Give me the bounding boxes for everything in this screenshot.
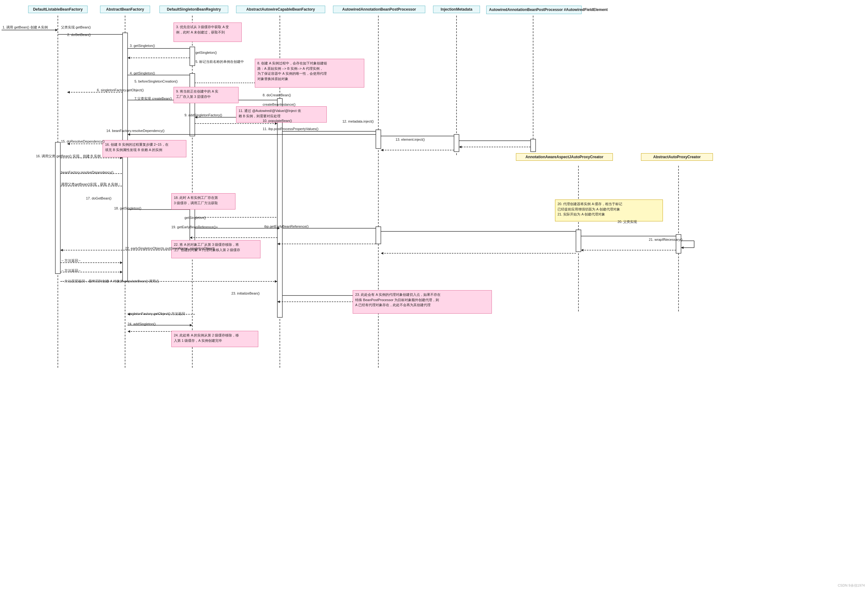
label-5-mark: 5. 标记当前名称的单例在创建中 bbox=[195, 59, 244, 64]
label-2: 2. doGetBean() bbox=[67, 33, 91, 37]
label-24-addsingleton: 24. addSingleton() bbox=[128, 322, 156, 326]
svg-marker-18 bbox=[128, 57, 130, 59]
svg-marker-76 bbox=[581, 249, 583, 251]
label-19-getearlybeanref: 19. getEarlyBeanReference()+ bbox=[171, 225, 218, 229]
note-23: 23. 此处会有 A 实例的代理对象创建切入点，如果不存在特殊 BeanPost… bbox=[353, 290, 492, 314]
label-beanfactory-resolve: beanFactory.resolveDependency() bbox=[61, 170, 114, 174]
label-18-getsingleton: 18. getSingleton() bbox=[114, 206, 141, 210]
svg-marker-42 bbox=[459, 146, 462, 148]
svg-marker-33 bbox=[376, 130, 378, 133]
label-1: 1. 调用 getBean() 创建 A 实例 bbox=[3, 25, 48, 30]
svg-marker-20 bbox=[190, 74, 192, 76]
note-16: 16. 创建 B 实例的过程重复步骤 2~15，在填充 B 实例属性发现 B 依… bbox=[103, 140, 186, 157]
note-8: 8. 创建 A 实例过程中，会存在如下对象创建链路：A 原始实例 --> B 实… bbox=[255, 59, 364, 87]
label-getsingleton2: getSingleton() bbox=[185, 216, 206, 220]
label-7-createbean: 7.父类实现 createBean() bbox=[134, 96, 172, 101]
svg-marker-80 bbox=[278, 243, 280, 245]
label-16-getbean-b: 16. 调用父类 getBean() 实现、创建 B 实例 bbox=[36, 154, 101, 158]
header-defaultlistable: DefaultListableBeanFactory bbox=[28, 6, 87, 13]
label-getsingleton-inner: getSingleton() bbox=[195, 51, 217, 55]
svg-marker-74 bbox=[681, 247, 683, 249]
svg-rect-37 bbox=[454, 134, 459, 152]
svg-rect-64 bbox=[376, 227, 381, 244]
svg-rect-55 bbox=[123, 157, 128, 281]
label-call-getbean-a: 调用父类getBean()实现，获取 A 实例： bbox=[61, 182, 121, 187]
watermark: CSDN 9余佳1974 bbox=[838, 583, 865, 588]
svg-marker-69 bbox=[676, 235, 679, 237]
header-autowiredannotation: AutowiredAnnotationBeanPostProcessor bbox=[333, 6, 425, 13]
svg-rect-70 bbox=[676, 235, 681, 253]
svg-marker-36 bbox=[454, 135, 456, 137]
label-15-doresolve: 15. doResolveDependency() bbox=[61, 139, 105, 143]
header-abstractbean: AbstractBeanFactory bbox=[100, 6, 150, 13]
label-10-populatebean: 10. populateBean() bbox=[263, 119, 292, 123]
note-24: 24. 此处将 A 的实例从第 2 级缓存移除，移入第 1 级缓存，A 实例创建… bbox=[171, 331, 258, 347]
svg-marker-82 bbox=[190, 236, 192, 239]
svg-marker-98 bbox=[190, 324, 192, 327]
label-17-dogetbean: 17. doGetBean() bbox=[86, 197, 111, 200]
svg-marker-26 bbox=[278, 99, 280, 101]
note-20-21: 20. 代理创建器将实例 A 缓存，相当于标记已经提前应用增强切面为 A 创建代… bbox=[555, 199, 663, 222]
svg-marker-24 bbox=[67, 91, 70, 93]
svg-rect-40 bbox=[531, 139, 536, 152]
label-6-singleton: 6. singletonFactory.getObject() bbox=[97, 88, 144, 92]
note-9: 9. 将当前正在创建中的 A 实工厂存入第 3 层缓存中 bbox=[174, 87, 239, 103]
svg-marker-10 bbox=[55, 29, 58, 31]
svg-marker-44 bbox=[381, 149, 383, 151]
label-21-wrapif: 21. wrapIfNecessary() bbox=[649, 238, 683, 241]
diagram-container: DefaultListableBeanFactory AbstractBeanF… bbox=[0, 0, 868, 591]
svg-rect-34 bbox=[376, 130, 381, 149]
svg-marker-90 bbox=[275, 280, 278, 283]
label-9-addsingletonfactory: 9. addSingletonFactory() bbox=[185, 113, 222, 117]
svg-rect-16 bbox=[190, 47, 195, 66]
svg-marker-100 bbox=[128, 330, 130, 333]
svg-marker-15 bbox=[190, 47, 192, 50]
label-23-init: 23. initializeBean() bbox=[232, 291, 260, 295]
svg-rect-27 bbox=[278, 99, 282, 318]
label-4-getsingleton: 4. getSingleton() bbox=[130, 71, 155, 75]
label-13-element: 13. element.inject() bbox=[396, 137, 425, 141]
svg-marker-39 bbox=[531, 139, 533, 142]
label-3-getsingleton: 3. getSingleton() bbox=[130, 44, 155, 47]
svg-marker-86 bbox=[120, 262, 123, 264]
svg-marker-31 bbox=[275, 122, 278, 125]
header-injectionmetadata: InjectionMetadata bbox=[433, 6, 480, 13]
svg-marker-66 bbox=[576, 230, 579, 233]
svg-rect-21 bbox=[190, 74, 195, 136]
label-singleton-return: singletonFactory.getObject() 方法返回 bbox=[128, 312, 185, 316]
header-annotationaware: AnnotationAwareAspectJAutoProxyCreator bbox=[516, 153, 613, 161]
label-return3: ←方法层层返回，最终回到创建 A 对象的 populateBean() 调用点 bbox=[61, 279, 159, 284]
label-5-before: 5. beforeSingletonCreation() bbox=[134, 80, 178, 83]
svg-marker-46 bbox=[128, 133, 130, 136]
label-12-metadata: 12. metadata.inject() bbox=[342, 120, 373, 123]
label-return1: ←方法返回← bbox=[61, 258, 82, 263]
label-ibp-getearly: ibp.getEarlyBeanReference() bbox=[264, 225, 309, 228]
svg-rect-67 bbox=[576, 230, 581, 252]
label-parent-getbean: 父类实现 getBean() bbox=[61, 25, 91, 30]
svg-marker-84 bbox=[61, 249, 63, 251]
label-return2: ←方法返回← bbox=[61, 268, 82, 273]
svg-marker-63 bbox=[376, 227, 378, 229]
svg-rect-49 bbox=[55, 142, 61, 273]
header-abstractautowire: AbstractAutowireCapableBeanFactory bbox=[236, 6, 325, 13]
svg-rect-13 bbox=[123, 33, 128, 152]
label-22-early: 22. earlySingletonObjects.put(beanName, … bbox=[125, 247, 215, 250]
note-3: 3. 优先尝试从 3 级缓存中获取 A 变例，此时 A 未创建过，获取不到 bbox=[174, 22, 242, 42]
label-20-parent: 20. 父类实现 bbox=[617, 220, 637, 224]
header-defaultsingleton: DefaultSingletonBeanRegistry bbox=[159, 6, 228, 13]
label-14-resolve: 14. beanFactory.resolveDependency() bbox=[106, 129, 164, 133]
note-18: 18. 此时 A 有实例工厂存在第3 级缓存，调用工厂方法获取 bbox=[171, 193, 235, 210]
label-8-docreatebean: 8. doCreateBean() bbox=[263, 93, 291, 97]
label-11-ibp: 11. ibp.postProcessPropertyValues() bbox=[263, 127, 318, 131]
svg-marker-12 bbox=[123, 33, 125, 35]
label-createbeaninstance: createBeanInstance() bbox=[263, 103, 295, 106]
svg-marker-88 bbox=[120, 271, 123, 273]
header-abstractautoproxy: AbstractAutoProxyCreator bbox=[641, 153, 713, 161]
svg-marker-94 bbox=[278, 300, 280, 303]
header-autowiredfield: AutowiredAnnotationBeanPostProcessor #Au… bbox=[486, 6, 582, 14]
svg-marker-78 bbox=[381, 252, 383, 254]
